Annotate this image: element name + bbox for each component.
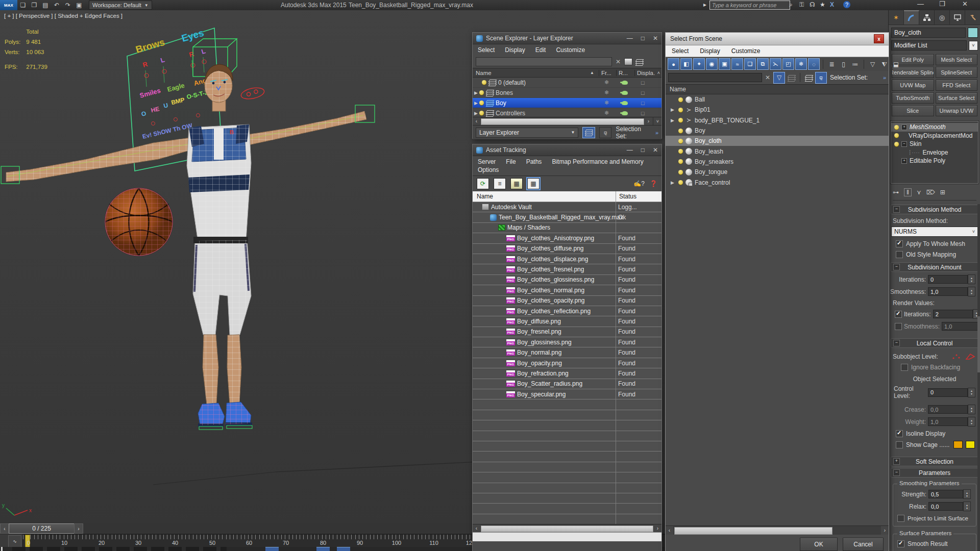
renderable-teapot-icon[interactable] — [622, 101, 628, 105]
previous-frame-button[interactable]: ‹ — [0, 523, 9, 534]
expand-icon[interactable]: ▶ — [671, 180, 676, 185]
horizontal-scrollbar[interactable]: ‹ › — [666, 525, 889, 535]
maximize-button[interactable]: □ — [641, 146, 645, 154]
asset-row[interactable]: Boy_specular.pngFound — [473, 389, 662, 399]
asset-row[interactable]: Teen_Boy_Basketball_Rigged_max_vray.maxO… — [473, 212, 662, 222]
display-shapes-button[interactable]: ◧ — [680, 58, 692, 70]
expand-icon[interactable]: ▶ — [474, 111, 479, 116]
cage-selected-color-swatch[interactable] — [966, 441, 975, 448]
turbosmooth-button[interactable]: TurboSmooth — [892, 92, 934, 104]
menu-display[interactable]: Display — [505, 46, 525, 54]
layer-visibility-bulb-icon[interactable] — [479, 101, 484, 105]
layer-view-button[interactable] — [582, 127, 595, 138]
display-box-icon[interactable]: □ — [641, 80, 645, 86]
snap-toggle-partial[interactable] — [265, 547, 279, 551]
rollout-subdivision-method[interactable]: − Subdivision Method — [891, 205, 978, 214]
unwrap-uvw-button[interactable]: Unwrap UVW — [936, 105, 978, 116]
facial-rig-control[interactable] — [240, 86, 265, 101]
list-view-button[interactable]: ≣ — [826, 59, 837, 69]
infocenter-expand-icon[interactable]: ▸ — [703, 1, 706, 8]
pin-stack-icon[interactable]: ⊶ — [893, 189, 899, 196]
display-containers-button[interactable]: ◰ — [782, 58, 794, 70]
relax-field[interactable]: 0,0 — [928, 502, 963, 511]
menu-file[interactable]: File — [506, 158, 516, 165]
menu-options[interactable]: Options — [478, 166, 499, 173]
old-style-mapping-checkbox[interactable] — [896, 251, 903, 258]
close-window-button[interactable]: ✕ — [962, 0, 968, 8]
help-icon[interactable]: ❓ — [650, 180, 657, 187]
modifier-list-arrow[interactable]: ˅ — [969, 41, 978, 51]
horizontal-scrollbar[interactable]: ‹ › ˅ — [473, 117, 662, 125]
weight-field[interactable]: 1,0 — [928, 417, 968, 426]
scroll-up-icon[interactable]: ˄ — [657, 70, 660, 76]
column-name[interactable]: Name — [476, 70, 492, 76]
column-status[interactable]: Status — [619, 193, 636, 200]
freeze-icon[interactable]: ❄ — [604, 79, 609, 86]
asset-row[interactable]: Boy_clothes_reflection.pngFound — [473, 306, 662, 316]
menu-server[interactable]: Server — [478, 158, 496, 165]
stack-item-envelope[interactable]: ┊···· Envelope — [891, 148, 978, 157]
menu-customize[interactable]: Customize — [731, 47, 761, 55]
thumbnail-view-button[interactable]: ▦ — [510, 178, 523, 189]
visibility-bulb-icon[interactable] — [678, 129, 683, 133]
find-input[interactable] — [476, 57, 612, 66]
expand-plus-icon[interactable]: + — [901, 158, 907, 164]
slice-button[interactable]: Slice — [892, 105, 934, 116]
basketball-model[interactable] — [105, 188, 173, 256]
tab-hierarchy[interactable] — [919, 10, 935, 24]
project-folder-button[interactable]: ▣ — [74, 1, 84, 9]
tab-motion[interactable]: ◎ — [935, 10, 950, 24]
visibility-bulb-icon[interactable] — [678, 139, 683, 143]
redo-button[interactable]: ↷ — [63, 1, 73, 9]
visibility-bulb-icon[interactable] — [678, 118, 683, 122]
open-mini-curve-editor-button[interactable]: ∿ — [8, 535, 21, 547]
minimize-button[interactable]: — — [627, 35, 633, 42]
make-unique-icon[interactable]: ⋎ — [917, 189, 921, 196]
ffd-select-button[interactable]: FFD Select — [936, 80, 978, 91]
scroll-right-icon[interactable]: › — [654, 524, 662, 532]
configure-modifier-sets-icon[interactable]: ⊞ — [940, 189, 945, 196]
expand-icon[interactable]: ▶ — [671, 118, 676, 123]
crease-spinner[interactable]: ▲▼ — [968, 405, 975, 414]
asset-row[interactable]: Boy_clothes_fresnel.pngFound — [473, 264, 662, 274]
rollout-parameters[interactable]: − Parameters — [891, 468, 978, 478]
filter-settings-button[interactable]: ⧨ — [879, 59, 890, 69]
snap-toggle-partial[interactable] — [337, 547, 350, 551]
search-filter-button[interactable]: ▽ — [773, 72, 785, 84]
viewport-label[interactable]: [ + ] [ Perspective ] [ Shaded + Edged F… — [4, 13, 122, 19]
detail-view-button[interactable]: ≔ — [850, 59, 861, 69]
display-cameras-button[interactable]: ◉ — [706, 58, 718, 70]
undo-button[interactable]: ↶ — [52, 1, 62, 9]
apply-whole-mesh-checkbox[interactable] — [896, 240, 903, 247]
panel-scrollbar[interactable] — [977, 204, 980, 551]
expand-plus-icon[interactable]: + — [901, 124, 907, 130]
asset-row[interactable]: Boy_diffuse.pngFound — [473, 316, 662, 327]
display-helpers-button[interactable]: ▣ — [719, 58, 730, 70]
expand-icon[interactable]: ▶ — [474, 90, 479, 95]
visibility-bulb-icon[interactable] — [678, 159, 683, 164]
expand-icon[interactable]: + — [893, 458, 900, 465]
scroll-left-icon[interactable]: ‹ — [473, 117, 480, 125]
minimize-window-button[interactable]: — — [917, 0, 924, 8]
help-whats-this-icon[interactable]: ✍? — [633, 180, 645, 187]
hierarchy-view-button[interactable]: ⚼ — [599, 127, 612, 138]
panel-scrollbar-thumb[interactable] — [977, 316, 980, 372]
strength-spinner[interactable]: ▲▼ — [963, 489, 971, 499]
tree-item-boy-sneakers[interactable]: Boy_sneakers — [666, 157, 889, 167]
isoline-display-checkbox[interactable] — [896, 430, 903, 437]
filter-button[interactable]: ▽ — [867, 59, 878, 69]
tab-utilities[interactable] — [965, 10, 980, 24]
layer-view-icon[interactable] — [805, 75, 812, 81]
stack-item-skin[interactable]: − Skin — [891, 140, 978, 148]
remove-modifier-icon[interactable]: ⌦ — [926, 189, 935, 196]
modifier-on-bulb-icon[interactable] — [894, 133, 899, 138]
scroll-left-icon[interactable]: ‹ — [473, 524, 480, 532]
modifier-on-bulb-icon[interactable] — [894, 142, 899, 146]
tree-item-bip01[interactable]: ▶ ≻ Bip01 — [666, 105, 889, 115]
scroll-right-icon[interactable]: › — [881, 526, 889, 535]
collapse-icon[interactable]: − — [893, 469, 900, 476]
asset-row[interactable]: Boy_clothes_displace.pngFound — [473, 254, 662, 264]
iterations-spinner[interactable]: ▲▼ — [968, 274, 975, 284]
display-box-icon[interactable]: □ — [641, 110, 645, 116]
column-frozen[interactable]: Fr... — [599, 70, 611, 76]
